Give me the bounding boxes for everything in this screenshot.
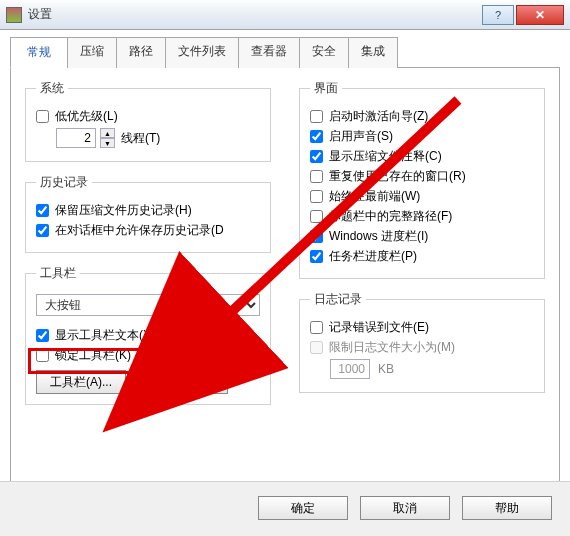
checkbox-lock-toolbar[interactable]: 锁定工具栏(K) <box>36 347 260 364</box>
group-history: 历史记录 保留压缩文件历史记录(H) 在对话框中允许保存历史记录(D <box>25 174 271 253</box>
threads-label: 线程(T) <box>121 130 160 147</box>
threads-input[interactable] <box>56 128 96 148</box>
checkbox-reuse-window[interactable]: 重复使用已存在的窗口(R) <box>310 168 534 185</box>
checkbox-show-toolbar-text[interactable]: 显示工具栏文本(X) <box>36 327 260 344</box>
checkbox-taskbar-progress[interactable]: 任务栏进度栏(P) <box>310 248 534 265</box>
checkbox-limit-log: 限制日志文件大小为(M) <box>310 339 534 356</box>
titlebar: 设置 ? ✕ <box>0 0 570 30</box>
checkbox-wizard-on-start[interactable]: 启动时激活向导(Z) <box>310 108 534 125</box>
checkbox-save-history-dialog[interactable]: 在对话框中允许保存历史记录(D <box>36 222 260 239</box>
checkbox-keep-archive-history[interactable]: 保留压缩文件历史记录(H) <box>36 202 260 219</box>
close-button[interactable]: ✕ <box>516 5 564 25</box>
ok-button[interactable]: 确定 <box>258 496 348 520</box>
legend-system: 系统 <box>36 80 68 97</box>
tab-paths[interactable]: 路径 <box>116 37 166 68</box>
toolbar-style-select[interactable]: 大按钮 <box>36 294 260 316</box>
tab-filelist[interactable]: 文件列表 <box>165 37 239 68</box>
group-toolbar: 工具栏 大按钮 显示工具栏文本(X) 锁定工具栏(K) 工具栏(A)... 按钮… <box>25 265 271 405</box>
checkbox-low-priority[interactable]: 低优先级(L) <box>36 108 260 125</box>
legend-log: 日志记录 <box>310 291 366 308</box>
buttons-config-button[interactable]: 按钮(U)... <box>138 370 228 394</box>
group-system: 系统 低优先级(L) ▲▼ 线程(T) <box>25 80 271 162</box>
log-limit-input <box>330 359 370 379</box>
threads-spinner[interactable]: ▲▼ <box>100 128 115 148</box>
group-interface: 界面 启动时激活向导(Z) 启用声音(S) 显示压缩文件注释(C) 重复使用已存… <box>299 80 545 279</box>
legend-toolbar: 工具栏 <box>36 265 80 282</box>
help-button-footer[interactable]: 帮助 <box>462 496 552 520</box>
log-limit-unit: KB <box>378 362 394 376</box>
help-button[interactable]: ? <box>482 5 514 25</box>
checkbox-full-path-title[interactable]: 标题栏中的完整路径(F) <box>310 208 534 225</box>
low-priority-input[interactable] <box>36 110 49 123</box>
toolbar-config-button[interactable]: 工具栏(A)... <box>36 370 126 394</box>
window-title: 设置 <box>28 6 52 23</box>
checkbox-always-on-top[interactable]: 始终在最前端(W) <box>310 188 534 205</box>
tab-integration[interactable]: 集成 <box>348 37 398 68</box>
cancel-button[interactable]: 取消 <box>360 496 450 520</box>
tab-security[interactable]: 安全 <box>299 37 349 68</box>
tab-general[interactable]: 常规 <box>10 37 68 68</box>
legend-history: 历史记录 <box>36 174 92 191</box>
show-toolbar-text-input[interactable] <box>36 329 49 342</box>
tab-viewer[interactable]: 查看器 <box>238 37 300 68</box>
dialog-footer: 确定 取消 帮助 <box>0 481 570 536</box>
save-history-dialog-input[interactable] <box>36 224 49 237</box>
lock-toolbar-input[interactable] <box>36 349 49 362</box>
checkbox-enable-sound[interactable]: 启用声音(S) <box>310 128 534 145</box>
legend-interface: 界面 <box>310 80 342 97</box>
checkbox-log-errors[interactable]: 记录错误到文件(E) <box>310 319 534 336</box>
group-log: 日志记录 记录错误到文件(E) 限制日志文件大小为(M) KB <box>299 291 545 393</box>
tab-compression[interactable]: 压缩 <box>67 37 117 68</box>
checkbox-show-comment[interactable]: 显示压缩文件注释(C) <box>310 148 534 165</box>
tab-strip: 常规 压缩 路径 文件列表 查看器 安全 集成 <box>10 36 560 67</box>
checkbox-windows-progress[interactable]: Windows 进度栏(I) <box>310 228 534 245</box>
keep-archive-history-input[interactable] <box>36 204 49 217</box>
app-icon <box>6 7 22 23</box>
tab-panel: 系统 低优先级(L) ▲▼ 线程(T) 历史记录 保留压缩文件历史记录(H) <box>10 67 560 503</box>
